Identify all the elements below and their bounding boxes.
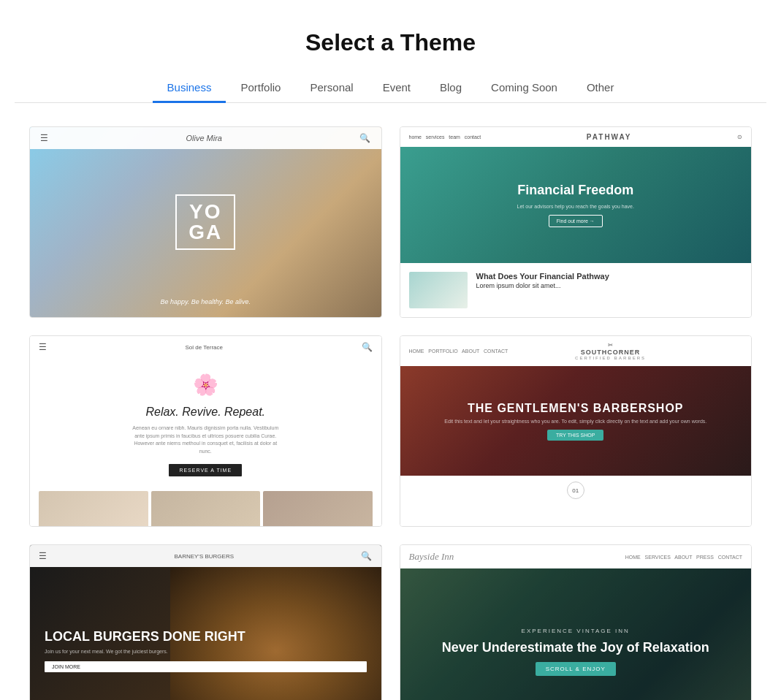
barber-nav: HOME PORTFOLIO ABOUT CONTACT (409, 349, 508, 354)
theme-card-sol[interactable]: ☰ Sol de Terrace 🔍 🌸 Relax. Revive. Repe… (29, 335, 382, 527)
sol-hamburger-icon: ☰ (39, 342, 47, 352)
sol-header: ☰ Sol de Terrace 🔍 (30, 336, 381, 358)
burgers-header: ☰ BARNEY'S BURGERS 🔍 (30, 545, 381, 567)
pathway-nav: home services team contact (409, 134, 481, 140)
bayside-header: Bayside Inn HOME SERVICES ABOUT PRESS CO… (400, 545, 752, 568)
pathway-header: home services team contact PATHWAY ⊙ (400, 127, 752, 147)
barber-name: SOUTHCORNER (575, 349, 646, 356)
sol-gallery-item-3 (263, 491, 373, 526)
sol-preview: ☰ Sol de Terrace 🔍 🌸 Relax. Revive. Repe… (30, 336, 381, 526)
pathway-hero-btn: Find out more → (549, 215, 603, 227)
sol-gallery-item-1 (39, 491, 148, 526)
bayside-hero-pre: EXPERIENCE VINTAGE INN (522, 628, 630, 634)
yoga-subtitle: Be happy. Be healthy. Be alive. (160, 298, 251, 305)
tab-blog[interactable]: Blog (425, 74, 476, 103)
sol-body-text: Aenean eu ornare nibh. Mauris dignissim … (132, 425, 278, 455)
pathway-logo: PATHWAY (587, 133, 632, 141)
tab-portfolio[interactable]: Portfolio (226, 74, 295, 103)
pathway-text: What Does Your Financial Pathway Lorem i… (476, 272, 609, 289)
bayside-logo: Bayside Inn (409, 551, 454, 563)
burgers-site-name: BARNEY'S BURGERS (174, 553, 234, 560)
tab-bar: Business Portfolio Personal Event Blog C… (15, 74, 766, 103)
pathway-content-title: What Does Your Financial Pathway (476, 272, 609, 281)
yoga-header: ☰ Olive Mira 🔍 (30, 127, 381, 149)
theme-card-barber[interactable]: HOME PORTFOLIO ABOUT CONTACT ✂ SOUTHCORN… (400, 335, 753, 527)
burgers-hero-title: LOCAL BURGERS DONE RIGHT (45, 630, 367, 644)
barber-logo: ✂ SOUTHCORNER CERTIFIED BARBERS (575, 342, 646, 360)
sol-gallery-item-2 (151, 491, 261, 526)
theme-card-burgers[interactable]: ☰ BARNEY'S BURGERS 🔍 LOCAL BURGERS DONE … (29, 544, 382, 700)
tab-coming-soon[interactable]: Coming Soon (476, 74, 572, 103)
barber-book-btn: TRY THIS SHOP (547, 430, 603, 441)
yoga-hero: YOGA (30, 127, 381, 317)
themes-grid: ☰ Olive Mira 🔍 YOGA Be happy. Be healthy… (0, 126, 781, 700)
hamburger-icon: ☰ (40, 133, 48, 143)
bayside-hero: EXPERIENCE VINTAGE INN Never Underestima… (400, 568, 752, 700)
sol-site-name: Sol de Terrace (186, 344, 223, 351)
sol-gallery (30, 491, 381, 526)
burgers-hero-sub: Join us for your next meal. We got the j… (45, 649, 367, 654)
tab-other[interactable]: Other (572, 74, 629, 103)
yoga-preview: ☰ Olive Mira 🔍 YOGA Be happy. Be healthy… (30, 127, 381, 317)
sol-content: 🌸 Relax. Revive. Repeat. Aenean eu ornar… (30, 358, 381, 491)
theme-card-pathway[interactable]: home services team contact PATHWAY ⊙ Fin… (400, 126, 753, 318)
sol-search-icon: 🔍 (362, 342, 373, 352)
barber-hero-title: THE GENTLEMEN'S BARBERSHOP (468, 401, 684, 415)
barber-subtitle: CERTIFIED BARBERS (575, 356, 646, 360)
pathway-preview: home services team contact PATHWAY ⊙ Fin… (400, 127, 752, 317)
tab-personal[interactable]: Personal (295, 74, 367, 103)
pathway-image (409, 272, 468, 308)
tab-business[interactable]: Business (153, 74, 226, 103)
barber-circle-icon: 01 (567, 482, 584, 499)
theme-card-yoga[interactable]: ☰ Olive Mira 🔍 YOGA Be happy. Be healthy… (29, 126, 382, 318)
yoga-box: YOGA (175, 194, 235, 250)
theme-card-bayside[interactable]: Bayside Inn HOME SERVICES ABOUT PRESS CO… (400, 544, 753, 700)
pathway-hero-sub: Let our advisors help you reach the goal… (517, 204, 634, 209)
bayside-nav: HOME SERVICES ABOUT PRESS CONTACT (625, 555, 742, 560)
yoga-site-name: Olive Mira (186, 134, 222, 142)
pathway-hero: Financial Freedom Let our advisors help … (400, 147, 752, 263)
search-icon: 🔍 (359, 133, 370, 143)
barber-bottom: 01 (400, 476, 752, 505)
barber-hero: THE GENTLEMEN'S BARBERSHOP Edit this tex… (400, 366, 752, 476)
burgers-preview: ☰ BARNEY'S BURGERS 🔍 LOCAL BURGERS DONE … (30, 545, 381, 700)
burgers-more-btn: JOIN MORE (45, 661, 367, 672)
barber-preview: HOME PORTFOLIO ABOUT CONTACT ✂ SOUTHCORN… (400, 336, 752, 526)
pathway-icon: ⊙ (737, 134, 742, 140)
sol-flower-icon: 🌸 (193, 373, 218, 397)
bayside-hero-title: Never Underestimate the Joy of Relaxatio… (442, 640, 709, 656)
pathway-hero-title: Financial Freedom (517, 183, 633, 198)
burgers-hero: LOCAL BURGERS DONE RIGHT Join us for you… (30, 567, 381, 700)
pathway-content-body: Lorem ipsum dolor sit amet... (476, 282, 561, 289)
burgers-hamburger-icon: ☰ (39, 551, 47, 561)
sol-tagline: Relax. Revive. Repeat. (145, 406, 265, 419)
barber-header: HOME PORTFOLIO ABOUT CONTACT ✂ SOUTHCORN… (400, 336, 752, 366)
pathway-content: What Does Your Financial Pathway Lorem i… (400, 263, 752, 317)
burgers-search-icon: 🔍 (361, 551, 372, 561)
page-header: Select a Theme Business Portfolio Person… (0, 0, 781, 103)
tab-event[interactable]: Event (368, 74, 425, 103)
bayside-preview: Bayside Inn HOME SERVICES ABOUT PRESS CO… (400, 545, 752, 700)
page-title: Select a Theme (15, 29, 766, 56)
bayside-hero-btn: SCROLL & ENJOY (536, 662, 616, 676)
barber-hero-sub: Edit this text and let your straightness… (444, 419, 706, 424)
sol-reserve-btn: RESERVE A TIME (169, 464, 242, 476)
